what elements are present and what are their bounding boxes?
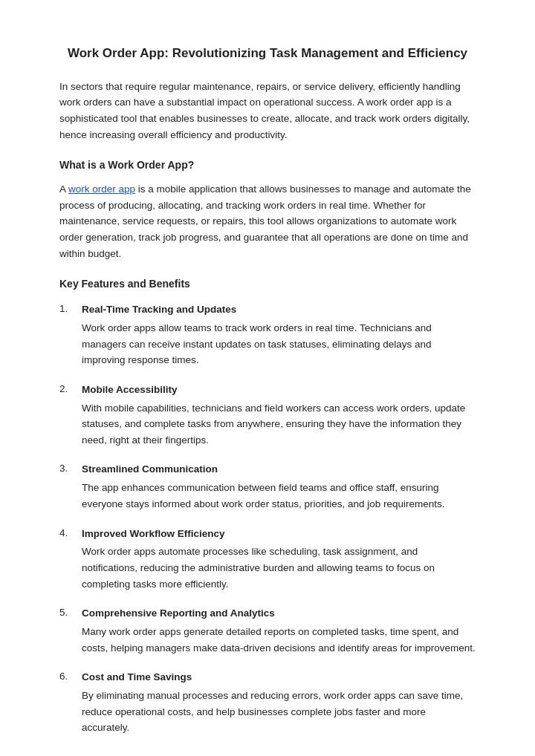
- page-container: Work Order App: Revolutionizing Task Man…: [0, 0, 535, 756]
- list-content-1: Real-Time Tracking and UpdatesWork order…: [82, 303, 476, 368]
- work-order-app-link[interactable]: work order app: [68, 183, 135, 195]
- list-number-1: 1.: [59, 303, 82, 314]
- list-item-desc-5: Many work order apps generate detailed r…: [82, 624, 476, 656]
- list-item-desc-2: With mobile capabilities, technicians an…: [82, 400, 476, 449]
- list-item-title-6: Cost and Time Savings: [82, 671, 476, 685]
- definition-before-link: A: [59, 183, 68, 195]
- list-content-3: Streamlined CommunicationThe app enhance…: [82, 463, 476, 512]
- list-item-title-1: Real-Time Tracking and Updates: [82, 303, 476, 317]
- list-content-6: Cost and Time SavingsBy eliminating manu…: [82, 671, 476, 736]
- article-title: Work Order App: Revolutionizing Task Man…: [59, 45, 476, 62]
- list-content-5: Comprehensive Reporting and AnalyticsMan…: [82, 607, 476, 656]
- list-item-title-3: Streamlined Communication: [82, 463, 476, 477]
- list-item: 2.Mobile AccessibilityWith mobile capabi…: [59, 383, 476, 449]
- list-content-4: Improved Workflow EfficiencyWork order a…: [82, 527, 476, 593]
- definition-after-link: is a mobile application that allows busi…: [59, 183, 471, 258]
- list-item-desc-3: The app enhances communication between f…: [82, 480, 476, 512]
- list-item: 1.Real-Time Tracking and UpdatesWork ord…: [59, 303, 476, 368]
- list-item-desc-4: Work order apps automate processes like …: [82, 544, 476, 592]
- list-item-desc-6: By eliminating manual processes and redu…: [82, 688, 476, 736]
- list-item-desc-1: Work order apps allow teams to track wor…: [82, 320, 476, 368]
- intro-paragraph: In sectors that require regular maintena…: [59, 79, 476, 143]
- list-item-title-4: Improved Workflow Efficiency: [82, 527, 476, 541]
- list-content-2: Mobile AccessibilityWith mobile capabili…: [82, 383, 476, 449]
- what-is-heading: What is a Work Order App?: [59, 159, 476, 171]
- list-item: 5.Comprehensive Reporting and AnalyticsM…: [59, 607, 476, 656]
- list-number-2: 2.: [59, 383, 82, 394]
- list-item-title-5: Comprehensive Reporting and Analytics: [82, 607, 476, 621]
- list-number-3: 3.: [59, 463, 82, 474]
- list-number-5: 5.: [59, 607, 82, 618]
- features-list: 1.Real-Time Tracking and UpdatesWork ord…: [59, 303, 476, 736]
- list-item: 6.Cost and Time SavingsBy eliminating ma…: [59, 671, 476, 736]
- definition-paragraph: A work order app is a mobile application…: [59, 181, 476, 261]
- key-features-heading: Key Features and Benefits: [59, 278, 476, 290]
- list-item: 3.Streamlined CommunicationThe app enhan…: [59, 463, 476, 512]
- list-number-4: 4.: [59, 527, 82, 538]
- list-item: 4.Improved Workflow EfficiencyWork order…: [59, 527, 476, 593]
- list-number-6: 6.: [59, 671, 82, 682]
- list-item-title-2: Mobile Accessibility: [82, 383, 476, 397]
